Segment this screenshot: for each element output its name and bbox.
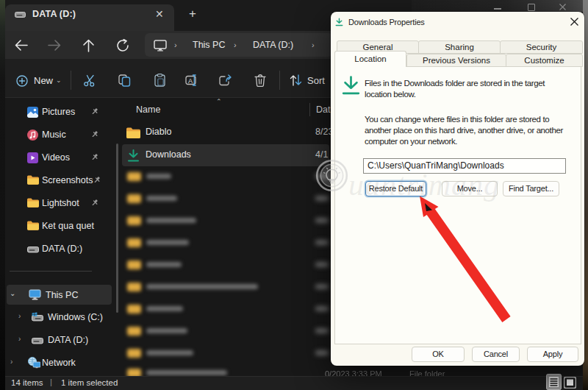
svg-text:A: A: [188, 77, 193, 85]
